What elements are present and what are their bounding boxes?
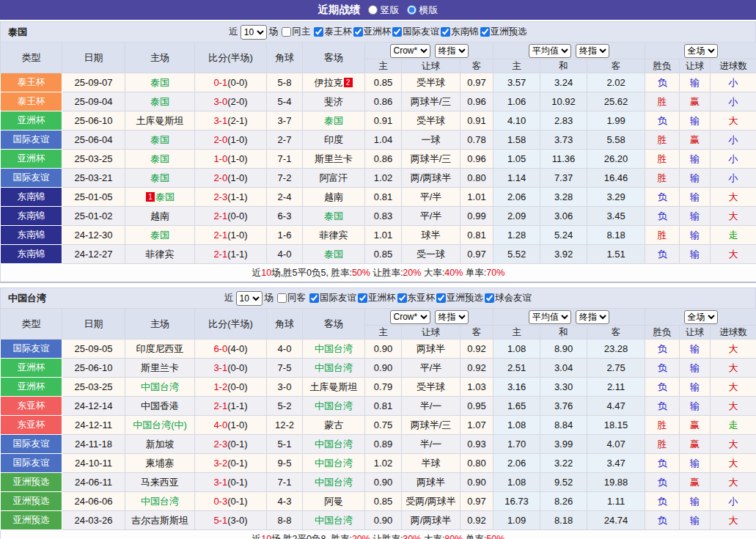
competition-filter[interactable]: 泰王杯: [312, 26, 352, 38]
type-badge: 东南锦: [1, 226, 62, 245]
type-badge: 东南锦: [1, 245, 62, 264]
competition-filter[interactable]: 东南锦: [439, 26, 479, 38]
type-badge: 东亚杯: [1, 416, 62, 435]
horizontal-radio-input[interactable]: [407, 5, 416, 15]
odds-stage-select[interactable]: 终指: [435, 310, 469, 324]
competition-checkbox[interactable]: [441, 27, 450, 37]
result-goals: 大: [711, 378, 756, 397]
competition-filter[interactable]: 亚洲杯: [356, 292, 396, 304]
match-date: 25-06-10: [62, 111, 125, 131]
result-handicap: 输: [680, 397, 711, 416]
avg-stage-select[interactable]: 终指: [576, 310, 609, 324]
avg-select[interactable]: 平均值: [529, 310, 571, 324]
scope-select[interactable]: 全场: [684, 310, 718, 324]
col-header-home: 主场: [125, 309, 195, 340]
competition-filter[interactable]: 国际友谊: [391, 26, 439, 38]
away-team: 泰国: [303, 207, 365, 226]
summary-segment: 80%: [444, 534, 463, 539]
result-winlose: 胜: [645, 435, 680, 454]
competition-label: 东南锦: [451, 26, 479, 38]
same-venue-filter[interactable]: 同主: [280, 26, 310, 38]
avg-draw: 8.18: [540, 511, 587, 530]
odds-away: 0.93: [460, 435, 493, 454]
scope-select[interactable]: 全场: [684, 44, 718, 58]
type-badge: 泰王杯: [1, 73, 62, 92]
team-section: 中国台湾 近 10 场 同客 国际友谊亚洲杯东亚杯亚洲预选球会友谊: [0, 287, 756, 539]
match-count-select[interactable]: 10: [241, 25, 267, 40]
result-handicap: 赢: [680, 131, 711, 150]
result-winlose: 负: [645, 207, 680, 226]
competition-filter[interactable]: 东亚杯: [396, 292, 436, 304]
vertical-radio-input[interactable]: [368, 5, 378, 15]
same-venue-checkbox[interactable]: [277, 293, 287, 303]
odds-handicap: 两球半: [402, 340, 460, 359]
avg-away: 4.47: [587, 397, 645, 416]
competition-checkbox[interactable]: [392, 27, 402, 37]
halftime-score: (1-0): [227, 230, 247, 241]
odds-handicap: 两/两球半: [402, 511, 460, 530]
result-goals: 大: [711, 188, 756, 207]
competition-checkbox[interactable]: [358, 293, 367, 303]
fulltime-score: 1-0: [213, 153, 227, 164]
competition-checkbox[interactable]: [309, 293, 319, 303]
odds-home: 0.85: [365, 73, 402, 92]
halftime-score: (2-1): [227, 115, 247, 126]
match-date: 24-06-11: [62, 473, 125, 492]
competition-filter[interactable]: 亚洲预选: [435, 292, 483, 304]
avg-away: 1.51: [587, 245, 645, 264]
result-handicap: 赢: [680, 92, 711, 111]
odds-home: 0.85: [365, 492, 402, 511]
away-team: 中国台湾: [303, 397, 365, 416]
avg-select[interactable]: 平均值: [529, 44, 571, 58]
col-header-type: 类型: [1, 309, 62, 340]
odds-home: 0.90: [365, 511, 402, 530]
away-team: 阿曼: [303, 492, 365, 511]
competition-checkbox[interactable]: [480, 27, 490, 37]
result-goals: 大: [711, 435, 756, 454]
competition-checkbox[interactable]: [314, 27, 323, 37]
layout-radio-horizontal[interactable]: 横版: [407, 4, 438, 17]
type-badge: 亚洲杯: [1, 150, 62, 169]
odds-home: 0.89: [365, 435, 402, 454]
avg-draw: 3.92: [540, 245, 587, 264]
result-goals: 走: [711, 226, 756, 245]
team-label: 阿富汗: [320, 172, 348, 183]
result-goals: 小: [711, 131, 756, 150]
match-date: 24-12-30: [62, 226, 125, 245]
result-goals: 大: [711, 454, 756, 473]
home-team: 泰国: [125, 92, 195, 111]
odds-handicap: 平/半: [402, 188, 460, 207]
odds-handicap: 半/一: [402, 397, 460, 416]
competition-filter[interactable]: 亚洲预选: [479, 26, 527, 38]
same-venue-filter[interactable]: 同客: [276, 292, 306, 304]
layout-radio-vertical[interactable]: 竖版: [368, 4, 400, 17]
result-winlose: 负: [645, 378, 680, 397]
match-count-select[interactable]: 10: [236, 291, 263, 306]
competition-filter[interactable]: 国际友谊: [308, 292, 356, 304]
odds-stage-select[interactable]: 终指: [435, 44, 469, 58]
avg-stage-select[interactable]: 终指: [576, 44, 609, 58]
home-team: 新加坡: [125, 435, 195, 454]
odds-company-select[interactable]: Crow*: [390, 44, 430, 58]
fulltime-score: 0-1: [213, 77, 227, 88]
odds-company-select[interactable]: Crow*: [390, 310, 430, 324]
match-rows: 泰王杯25-09-07泰国0-1(0-0)5-8伊拉克20.85受半球0.973…: [1, 73, 756, 264]
competition-filter[interactable]: 亚洲杯: [352, 26, 392, 38]
away-team: 中国台湾: [303, 435, 365, 454]
competition-filter[interactable]: 球会友谊: [483, 292, 532, 304]
avg-draw: 8.84: [540, 416, 587, 435]
odds-away: 0.80: [460, 169, 493, 188]
avg-draw: 8.26: [540, 492, 587, 511]
odds-away: 0.97: [460, 245, 493, 264]
competition-label: 东亚杯: [408, 292, 436, 304]
avg-home: 5.52: [493, 245, 540, 264]
competition-checkbox[interactable]: [485, 293, 494, 303]
col-header-odds-home: 主: [365, 59, 402, 73]
match-row: 泰王杯25-09-07泰国0-1(0-0)5-8伊拉克20.85受半球0.973…: [1, 73, 756, 92]
team-label: 泰国: [150, 134, 169, 145]
competition-checkbox[interactable]: [353, 27, 363, 37]
same-venue-checkbox[interactable]: [282, 27, 291, 37]
competition-checkbox[interactable]: [397, 293, 407, 303]
competition-checkbox[interactable]: [436, 293, 446, 303]
type-badge: 亚洲杯: [1, 378, 62, 397]
